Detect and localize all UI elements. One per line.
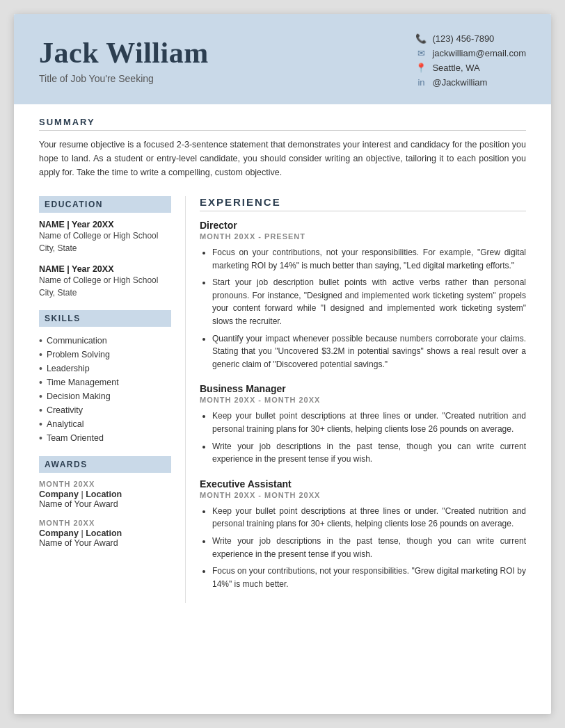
resume-header: Jack William Title of Job You're Seeking… — [14, 14, 551, 104]
edu-name-2: NAME | Year 20XX — [39, 264, 171, 274]
exp-bullet-2-1: Keep your bullet point descriptions at t… — [212, 410, 526, 435]
summary-text: Your resume objective is a focused 2-3-s… — [39, 138, 526, 179]
phone-item: 📞 (123) 456-7890 — [415, 33, 526, 44]
bullet-icon: • — [39, 363, 42, 374]
skills-header: SKILLS — [39, 310, 171, 327]
exp-bullets-1: Focus on your contributions, not your re… — [200, 246, 526, 371]
award-entry-1: MONTH 20XX Company | Location Name of Yo… — [39, 480, 171, 509]
bullet-icon: • — [39, 335, 42, 346]
education-entry-1: NAME | Year 20XX Name of College or High… — [39, 220, 171, 254]
exp-bullet-3-2: Write your job descriptions in the past … — [212, 535, 526, 560]
email-address: jackwilliam@email.com — [432, 48, 526, 58]
awards-entries: MONTH 20XX Company | Location Name of Yo… — [39, 480, 171, 548]
header-left: Jack William Title of Job You're Seeking — [39, 37, 209, 84]
edu-school-2: Name of College or High School — [39, 274, 171, 286]
education-header: EDUCATION — [39, 196, 171, 213]
exp-entry-3: Executive Assistant MONTH 20XX - MONTH 2… — [200, 478, 526, 591]
experience-title: EXPERIENCE — [200, 196, 526, 211]
award-company-1: Company | Location — [39, 490, 171, 499]
exp-bullet-1-2: Start your job description bullet points… — [212, 276, 526, 327]
exp-bullet-3-3: Focus on your contributions, not your re… — [212, 565, 526, 590]
exp-entry-2: Business Manager MONTH 20XX - MONTH 20XX… — [200, 383, 526, 465]
skill-item-4: •Time Management — [39, 375, 171, 389]
email-icon: ✉ — [415, 48, 427, 58]
skills-list: •Communication •Problem Solving •Leaders… — [39, 334, 171, 445]
phone-number: (123) 456-7890 — [432, 33, 494, 44]
location-item: 📍 Seattle, WA — [415, 63, 526, 73]
exp-bullets-3: Keep your bullet point descriptions at t… — [200, 505, 526, 591]
skill-item-3: •Leadership — [39, 362, 171, 375]
phone-icon: 📞 — [415, 33, 427, 44]
two-column-layout: EDUCATION NAME | Year 20XX Name of Colle… — [39, 196, 526, 603]
exp-bullets-2: Keep your bullet point descriptions at t… — [200, 410, 526, 465]
award-month-1: MONTH 20XX — [39, 480, 171, 488]
linkedin-icon: in — [415, 77, 427, 88]
skill-item-8: •Team Oriented — [39, 431, 171, 445]
bullet-icon: • — [39, 377, 42, 388]
bullet-icon: • — [39, 419, 42, 430]
exp-bullet-2-2: Write your job descriptions in the past … — [212, 440, 526, 466]
resume-body: SUMMARY Your resume objective is a focus… — [14, 104, 551, 624]
exp-bullet-3-1: Keep your bullet point descriptions at t… — [212, 505, 526, 531]
exp-title-3: Executive Assistant — [200, 478, 526, 490]
skill-item-5: •Decision Making — [39, 389, 171, 403]
skill-item-1: •Communication — [39, 334, 171, 348]
edu-location-1: City, State — [39, 242, 171, 254]
award-entry-2: MONTH 20XX Company | Location Name of Yo… — [39, 519, 171, 548]
edu-name-1: NAME | Year 20XX — [39, 220, 171, 229]
exp-bullet-1-3: Quantify your impact whenever possible b… — [212, 332, 526, 371]
education-entry-2: NAME | Year 20XX Name of College or High… — [39, 264, 171, 299]
bullet-icon: • — [39, 432, 42, 444]
education-entries: NAME | Year 20XX Name of College or High… — [39, 220, 171, 299]
exp-title-1: Director — [200, 220, 526, 231]
email-item: ✉ jackwilliam@email.com — [415, 48, 526, 58]
location-icon: 📍 — [415, 63, 427, 73]
resume-document: Jack William Title of Job You're Seeking… — [14, 14, 551, 714]
bullet-icon: • — [39, 349, 42, 360]
skill-item-6: •Creativity — [39, 403, 171, 417]
summary-title: SUMMARY — [39, 117, 526, 131]
award-name-1: Name of Your Award — [39, 499, 171, 509]
candidate-name: Jack William — [39, 37, 209, 69]
exp-entry-1: Director MONTH 20XX - PRESENT Focus on y… — [200, 220, 526, 371]
exp-dates-2: MONTH 20XX - MONTH 20XX — [200, 396, 526, 404]
awards-header: AWARDS — [39, 456, 171, 473]
right-column: EXPERIENCE Director MONTH 20XX - PRESENT… — [185, 196, 526, 603]
contact-info: 📞 (123) 456-7890 ✉ jackwilliam@email.com… — [415, 33, 526, 88]
exp-title-2: Business Manager — [200, 383, 526, 394]
award-month-2: MONTH 20XX — [39, 519, 171, 527]
summary-section: SUMMARY Your resume objective is a focus… — [39, 104, 526, 189]
job-title: Title of Job You're Seeking — [39, 73, 209, 84]
edu-school-1: Name of College or High School — [39, 229, 171, 242]
exp-dates-3: MONTH 20XX - MONTH 20XX — [200, 491, 526, 499]
linkedin-item: in @Jackwilliam — [415, 77, 526, 88]
location-text: Seattle, WA — [432, 63, 479, 73]
exp-dates-1: MONTH 20XX - PRESENT — [200, 232, 526, 241]
left-column: EDUCATION NAME | Year 20XX Name of Colle… — [39, 196, 185, 603]
skill-item-7: •Analytical — [39, 417, 171, 431]
award-name-2: Name of Your Award — [39, 538, 171, 548]
edu-location-2: City, State — [39, 286, 171, 299]
exp-bullet-1-1: Focus on your contributions, not your re… — [212, 246, 526, 272]
linkedin-handle: @Jackwilliam — [432, 77, 487, 88]
bullet-icon: • — [39, 391, 42, 402]
bullet-icon: • — [39, 405, 42, 416]
award-company-2: Company | Location — [39, 528, 171, 538]
skill-item-2: •Problem Solving — [39, 348, 171, 362]
